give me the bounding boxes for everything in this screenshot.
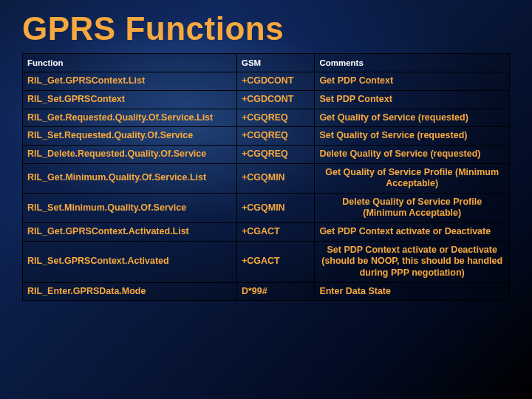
- cell-comment: Set Quality of Service (requested): [315, 127, 510, 146]
- table-row: RIL_Get.Minimum.Quality.Of.Service.List+…: [23, 163, 510, 193]
- cell-function: RIL_Set.GPRSContext.Activated: [23, 241, 237, 282]
- cell-comment: Set PDP Context: [315, 91, 510, 109]
- table-row: RIL_Set.GPRSContext.Activated+CGACTSet P…: [23, 241, 510, 282]
- col-header-function: Function: [23, 54, 237, 72]
- table-row: RIL_Delete.Requested.Quality.Of.Service+…: [23, 145, 510, 163]
- cell-gsm: +CGQMIN: [236, 163, 314, 193]
- table-row: RIL_Set.Minimum.Quality.Of.Service+CGQMI…: [23, 193, 510, 222]
- cell-function: RIL_Enter.GPRSData.Mode: [23, 282, 237, 301]
- cell-function: RIL_Get.GPRSContext.List: [23, 72, 237, 91]
- table-header-row: Function GSM Comments: [23, 54, 510, 72]
- cell-comment: Get PDP Context: [315, 72, 510, 91]
- table-row: RIL_Get.GPRSContext.List+CGDCONTGet PDP …: [23, 72, 510, 91]
- cell-function: RIL_Get.Minimum.Quality.Of.Service.List: [23, 163, 237, 193]
- cell-gsm: D*99#: [236, 282, 314, 301]
- table-body: RIL_Get.GPRSContext.List+CGDCONTGet PDP …: [23, 72, 510, 301]
- cell-function: RIL_Set.GPRSContext: [23, 91, 237, 109]
- cell-function: RIL_Delete.Requested.Quality.Of.Service: [23, 145, 237, 163]
- cell-comment: Set PDP Context activate or Deactivate (…: [315, 241, 510, 282]
- cell-comment: Get Quality of Service (requested): [315, 109, 510, 127]
- table-row: RIL_Enter.GPRSData.ModeD*99#Enter Data S…: [23, 282, 510, 301]
- col-header-gsm: GSM: [236, 54, 314, 72]
- slide-title: GPRS Functions: [22, 7, 510, 47]
- cell-gsm: +CGQREQ: [236, 109, 314, 127]
- gprs-functions-table: Function GSM Comments RIL_Get.GPRSContex…: [22, 53, 510, 301]
- cell-gsm: +CGQREQ: [236, 145, 314, 163]
- cell-gsm: +CGDCONT: [236, 91, 314, 109]
- cell-function: RIL_Get.GPRSContext.Activated.List: [23, 223, 237, 242]
- table-row: RIL_Get.Requested.Quality.Of.Service.Lis…: [23, 109, 510, 127]
- col-header-comments: Comments: [315, 54, 510, 72]
- cell-function: RIL_Get.Requested.Quality.Of.Service.Lis…: [23, 109, 237, 127]
- cell-comment: Get Quality of Service Profile (Minimum …: [315, 163, 510, 193]
- cell-gsm: +CGACT: [236, 223, 314, 242]
- cell-comment: Enter Data State: [315, 282, 510, 301]
- cell-gsm: +CGDCONT: [236, 72, 314, 91]
- table-row: RIL_Set.Requested.Quality.Of.Service+CGQ…: [23, 127, 510, 146]
- cell-gsm: +CGQMIN: [236, 193, 314, 222]
- table-row: RIL_Set.GPRSContext+CGDCONTSet PDP Conte…: [23, 91, 510, 109]
- cell-comment: Delete Quality of Service (requested): [315, 145, 510, 163]
- cell-comment: Get PDP Context activate or Deactivate: [315, 223, 510, 242]
- slide: GPRS Functions Function GSM Comments RIL…: [0, 0, 532, 399]
- cell-gsm: +CGACT: [236, 241, 314, 282]
- cell-function: RIL_Set.Minimum.Quality.Of.Service: [23, 193, 237, 222]
- cell-comment: Delete Quality of Service Profile (Minim…: [315, 193, 510, 222]
- cell-function: RIL_Set.Requested.Quality.Of.Service: [23, 127, 237, 146]
- table-row: RIL_Get.GPRSContext.Activated.List+CGACT…: [23, 223, 510, 242]
- cell-gsm: +CGQREQ: [236, 127, 314, 146]
